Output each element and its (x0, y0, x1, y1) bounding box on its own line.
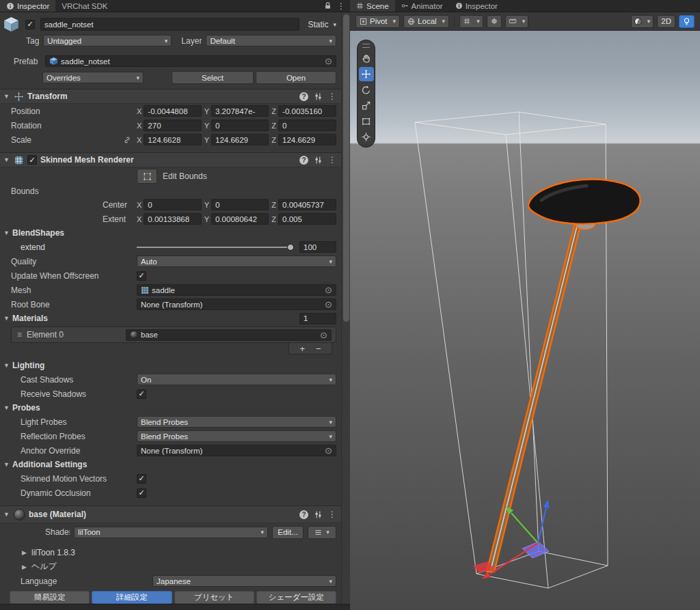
materials-foldout[interactable]: ▼ Materials 1 (0, 311, 350, 325)
mesh-field[interactable]: saddle ⊙ (137, 284, 336, 296)
center-x-input[interactable]: 0 (144, 199, 201, 210)
scale-y-input[interactable]: 124.6629 (211, 134, 269, 145)
shading-mode-dropdown[interactable]: ▾ (631, 15, 654, 28)
remove-element-button[interactable]: − (316, 344, 321, 353)
update-offscreen-checkbox[interactable]: ✓ (137, 271, 146, 281)
rect-tool[interactable] (359, 114, 374, 128)
object-picker-icon[interactable]: ⊙ (325, 286, 332, 294)
rotation-x-input[interactable]: 270 (144, 120, 201, 131)
material-kebab-icon[interactable]: ⋮ (328, 510, 336, 518)
prefab-select-button[interactable]: Select (172, 71, 254, 84)
scene-lighting-toggle[interactable] (679, 15, 695, 28)
help-icon[interactable]: ? (299, 92, 308, 101)
prefab-field[interactable]: saddle_notset ⊙ (45, 55, 336, 67)
scale-x-input[interactable]: 124.6628 (144, 134, 201, 145)
quality-dropdown[interactable]: Auto ▾ (137, 255, 336, 267)
palette-drag-handle[interactable] (362, 44, 370, 48)
center-z-input[interactable]: 0.00405737 (278, 199, 336, 210)
tab-advanced-settings[interactable]: 詳細設定 (92, 591, 172, 604)
grid-visibility-dropdown[interactable]: ▾ (459, 15, 483, 28)
scale-z-input[interactable]: 124.6629 (278, 134, 336, 145)
blendshapes-foldout[interactable]: ▼ BlendShapes (0, 226, 350, 240)
help-foldout[interactable]: ▶ ヘルプ (0, 559, 350, 574)
material-preview-sphere[interactable] (14, 509, 25, 521)
hand-tool[interactable] (359, 51, 374, 66)
prefab-open-button[interactable]: Open (256, 71, 336, 84)
shader-edit-button[interactable]: Edit... (272, 526, 304, 539)
anchor-override-field[interactable]: None (Transform) ⊙ (137, 445, 336, 456)
preset-icon[interactable] (314, 92, 323, 101)
material-element-row[interactable]: ≡ Element 0 base ⊙ (12, 327, 336, 342)
scrollbar-thumb[interactable] (343, 14, 349, 322)
tab-scene[interactable]: Scene (350, 0, 395, 12)
gameobject-name-input[interactable]: saddle_notset (40, 18, 299, 31)
light-probes-dropdown[interactable]: Blend Probes ▾ (137, 416, 336, 428)
layer-dropdown[interactable]: Default ▾ (206, 35, 336, 46)
cast-shadows-dropdown[interactable]: On ▾ (137, 374, 336, 385)
position-z-input[interactable]: -0.0035160 (278, 105, 336, 117)
rotation-z-input[interactable]: 0 (278, 120, 336, 131)
transform-kebab-icon[interactable]: ⋮ (328, 92, 336, 100)
tab-shader-settings[interactable]: シェーダー設定 (256, 591, 336, 604)
extend-slider[interactable] (137, 242, 294, 253)
edit-bounds-button[interactable] (137, 169, 157, 184)
skinned-mesh-renderer-header[interactable]: ▼ ✓ Skinned Mesh Renderer ? ⋮ (0, 152, 350, 167)
foldout-open-icon[interactable]: ▼ (3, 156, 10, 163)
object-picker-icon[interactable]: ⊙ (325, 446, 332, 455)
add-element-button[interactable]: + (299, 344, 305, 353)
tab-vrchat-sdk[interactable]: VRChat SDK (55, 0, 113, 12)
foldout-open-icon[interactable]: ▼ (3, 511, 10, 518)
object-picker-icon[interactable]: ⊙ (325, 300, 332, 309)
rotation-y-input[interactable]: 0 (211, 120, 269, 131)
root-bone-field[interactable]: None (Transform) ⊙ (137, 299, 336, 310)
transform-tool[interactable] (359, 130, 374, 144)
reflection-probes-dropdown[interactable]: Blend Probes ▾ (137, 430, 336, 442)
inspector-scrollbar[interactable] (341, 12, 350, 604)
object-picker-icon[interactable]: ⊙ (325, 57, 332, 66)
motion-vectors-checkbox[interactable]: ✓ (137, 474, 146, 484)
scene-viewport[interactable] (350, 31, 700, 610)
tab-inspector[interactable]: Inspector (0, 0, 55, 12)
overrides-dropdown[interactable]: Overrides ▾ (42, 72, 144, 83)
rotate-tool[interactable] (359, 83, 374, 97)
drag-handle-icon[interactable]: ≡ (17, 330, 22, 339)
probes-foldout[interactable]: ▼ Probes (0, 401, 350, 415)
material-element-field[interactable]: base ⊙ (126, 329, 332, 341)
snap-increment-dropdown[interactable]: ▾ (505, 15, 529, 28)
position-x-input[interactable]: -0.0044808 (144, 105, 201, 117)
position-y-input[interactable]: 3.207847e- (211, 105, 269, 117)
renderer-enabled-checkbox[interactable]: ✓ (27, 155, 37, 165)
materials-size-input[interactable]: 1 (299, 313, 336, 324)
center-y-input[interactable]: 0 (211, 199, 269, 210)
help-icon[interactable]: ? (299, 156, 308, 165)
preset-icon[interactable] (314, 156, 323, 165)
2d-toggle-button[interactable]: 2D (657, 15, 675, 28)
receive-shadows-checkbox[interactable]: ✓ (137, 389, 146, 399)
liltoon-version-foldout[interactable]: ▶ lilToon 1.8.3 (0, 545, 350, 559)
extend-value-input[interactable]: 100 (299, 241, 336, 253)
gameobject-cube-icon[interactable] (3, 16, 20, 33)
tag-dropdown[interactable]: Untagged ▾ (43, 35, 172, 46)
object-picker-icon[interactable]: ⊙ (320, 331, 327, 339)
extent-z-input[interactable]: 0.005 (278, 213, 336, 225)
move-tool[interactable] (359, 67, 374, 81)
transform-header[interactable]: ▼ Transform ? ⋮ (0, 89, 350, 104)
local-dropdown[interactable]: Local ▾ (403, 15, 449, 28)
inspector-menu-kebab-icon[interactable]: ⋮ (337, 2, 345, 10)
language-dropdown[interactable]: Japanese ▾ (152, 575, 336, 587)
shader-menu-button[interactable]: ▾ (308, 526, 336, 539)
tab-inspector-secondary[interactable]: Inspector (449, 0, 504, 12)
help-icon[interactable]: ? (299, 510, 308, 519)
tab-simple-settings[interactable]: 簡易設定 (10, 591, 90, 604)
lighting-foldout[interactable]: ▼ Lighting (0, 359, 350, 372)
active-checkbox[interactable]: ✓ (25, 20, 35, 29)
lock-icon[interactable] (323, 1, 332, 10)
tab-presets[interactable]: プリセット (174, 591, 254, 604)
dynamic-occlusion-checkbox[interactable]: ✓ (137, 488, 146, 498)
static-dropdown[interactable]: Static ▾ (305, 20, 336, 29)
preset-icon[interactable] (314, 510, 323, 519)
scale-tool[interactable] (359, 98, 374, 113)
renderer-kebab-icon[interactable]: ⋮ (328, 156, 336, 164)
foldout-open-icon[interactable]: ▼ (3, 93, 10, 100)
shader-dropdown[interactable]: lilToon ▾ (74, 527, 268, 538)
